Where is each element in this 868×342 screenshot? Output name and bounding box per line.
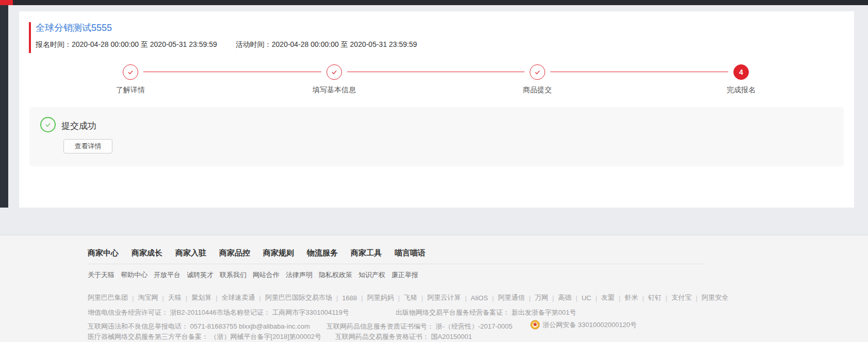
footer-menu-link[interactable]: 商家工具 bbox=[351, 248, 382, 258]
footer-about-link[interactable]: 廉正举报 bbox=[391, 270, 418, 280]
footer-company-link[interactable]: 阿里通信 bbox=[498, 293, 525, 302]
police-badge-text[interactable]: 浙公网安备 33010002000120号 bbox=[543, 320, 637, 330]
separator: | bbox=[398, 294, 400, 302]
activity-time-label: 活动时间： bbox=[236, 40, 272, 48]
step-3-circle bbox=[530, 64, 545, 80]
footer-company-link[interactable]: 飞猪 bbox=[404, 293, 417, 302]
step-4-circle: 4 bbox=[733, 64, 749, 80]
separator: | bbox=[619, 294, 620, 302]
footer-company-link[interactable]: 聚划算 bbox=[191, 293, 211, 302]
license-market: 市场名称登记证： 工商网市字3301004119号 bbox=[217, 308, 349, 317]
footer-company-link[interactable]: AliOS bbox=[471, 294, 488, 302]
separator: | bbox=[696, 294, 697, 302]
footer-company-link[interactable]: 阿里巴巴国际交易市场 bbox=[265, 293, 332, 302]
page-footer: 商家中心商家成长商家入驻商家品控商家规则物流服务商家工具喵言喵语 关于天猫帮助中… bbox=[0, 235, 868, 342]
footer-company-link[interactable]: 淘宝网 bbox=[138, 293, 158, 302]
footer-about-link[interactable]: 联系我们 bbox=[220, 270, 247, 280]
check-icon bbox=[533, 68, 542, 76]
footer-company-link[interactable]: 阿里妈妈 bbox=[367, 293, 394, 302]
license-drug-trade: 互联网药品交易服务资格证书： 国A20150001 bbox=[335, 332, 472, 341]
step-2-label: 填写基本信息 bbox=[313, 86, 356, 95]
police-badge-icon bbox=[530, 320, 540, 330]
footer-merchant-menu: 商家中心商家成长商家入驻商家品控商家规则物流服务商家工具喵言喵语 bbox=[88, 248, 425, 258]
separator: | bbox=[361, 294, 363, 302]
separator: | bbox=[552, 294, 554, 302]
footer-company-link[interactable]: 全球速卖通 bbox=[222, 293, 255, 302]
footer-company-link[interactable]: 钉钉 bbox=[648, 293, 662, 302]
result-panel: 提交成功 查看详情 bbox=[29, 107, 844, 166]
footer-company-link[interactable]: 友盟 bbox=[601, 293, 615, 302]
license-telecom: 增值电信业务经营许可证： 浙B2-20110446 bbox=[88, 308, 217, 317]
topbar-red-accent bbox=[0, 0, 13, 5]
footer-about-link[interactable]: 帮助中心 bbox=[121, 270, 148, 280]
footer-company-link[interactable]: 天猫 bbox=[168, 293, 182, 302]
footer-company-link[interactable]: 阿里安全 bbox=[701, 293, 728, 302]
footer-about-link[interactable]: 法律声明 bbox=[286, 270, 313, 280]
separator: | bbox=[216, 294, 217, 302]
stepper-connector bbox=[143, 72, 321, 72]
footer-about-link[interactable]: 知识产权 bbox=[358, 270, 385, 280]
separator: | bbox=[186, 294, 187, 302]
activity-time-value: 2020-04-28 00:00:00 至 2020-05-31 23:59:5… bbox=[272, 40, 417, 48]
footer-company-link[interactable]: 1688 bbox=[342, 294, 357, 302]
separator: | bbox=[132, 294, 134, 302]
separator: | bbox=[336, 294, 338, 302]
campaign-title[interactable]: 全球分销测试5555 bbox=[36, 22, 112, 34]
footer-company-link[interactable]: 高德 bbox=[558, 293, 571, 302]
separator: | bbox=[492, 294, 494, 302]
separator: | bbox=[642, 294, 644, 302]
footer-menu-link[interactable]: 商家入驻 bbox=[175, 248, 206, 258]
footer-menu-link[interactable]: 物流服务 bbox=[307, 248, 338, 258]
separator: | bbox=[576, 294, 577, 302]
check-icon bbox=[330, 68, 338, 76]
signup-time-value: 2020-04-28 00:00:00 至 2020-05-31 23:59:5… bbox=[72, 40, 217, 48]
footer-about-link[interactable]: 网站合作 bbox=[253, 270, 280, 280]
footer-company-link[interactable]: UC bbox=[582, 294, 592, 302]
footer-menu-link[interactable]: 商家品控 bbox=[219, 248, 250, 258]
step-1-circle bbox=[123, 64, 138, 80]
separator: | bbox=[465, 294, 466, 302]
step-2-circle bbox=[326, 64, 342, 80]
footer-menu-link[interactable]: 商家规则 bbox=[263, 248, 294, 258]
left-sidebar-strip bbox=[0, 5, 8, 208]
police-badge-link[interactable]: 浙公网安备 33010002000120号 bbox=[530, 320, 637, 330]
signup-time-label: 报名时间： bbox=[36, 40, 72, 48]
footer-company-link[interactable]: 万网 bbox=[535, 293, 548, 302]
footer-about-link[interactable]: 隐私权政策 bbox=[319, 270, 352, 280]
campaign-card: 全球分销测试5555 报名时间：2020-04-28 00:00:00 至 20… bbox=[19, 11, 854, 208]
separator: | bbox=[666, 294, 667, 302]
check-icon bbox=[126, 68, 135, 76]
footer-company-link[interactable]: 虾米 bbox=[625, 293, 638, 302]
step-3-label: 商品提交 bbox=[523, 86, 552, 95]
separator: | bbox=[162, 294, 163, 302]
separator: | bbox=[259, 294, 261, 302]
separator: | bbox=[529, 294, 530, 302]
footer-about-link[interactable]: 开放平台 bbox=[154, 270, 181, 280]
footer-about-link[interactable]: 诚聘英才 bbox=[187, 270, 214, 280]
stepper-connector bbox=[347, 72, 525, 72]
license-drug-info: 互联网药品信息服务资质证书编号： 浙-（经营性）-2017-0005 bbox=[326, 322, 512, 331]
campaign-dates: 报名时间：2020-04-28 00:00:00 至 2020-05-31 23… bbox=[36, 40, 417, 49]
license-publication: 出版物网络交易平台服务经营备案证： 新出发浙备字第001号 bbox=[396, 308, 576, 317]
footer-menu-link[interactable]: 商家中心 bbox=[88, 248, 119, 258]
step-4-number: 4 bbox=[739, 68, 743, 76]
footer-menu-link[interactable]: 商家成长 bbox=[132, 248, 162, 258]
step-4-label: 完成报名 bbox=[727, 86, 756, 95]
footer-menu-divider bbox=[88, 264, 703, 264]
top-bar bbox=[0, 0, 868, 5]
footer-company-link[interactable]: 阿里巴巴集团 bbox=[88, 293, 128, 302]
stepper-connector bbox=[550, 72, 728, 72]
title-accent-bar bbox=[29, 22, 31, 53]
report-hotline: 互联网违法和不良信息举报电话： 0571-81683755 blxxjb@ali… bbox=[88, 322, 310, 331]
license-medical-device: 医疗器械网络交易服务第三方平台备案： （浙）网械平台备字[2018]第00002… bbox=[88, 332, 321, 341]
view-details-button[interactable]: 查看详情 bbox=[63, 139, 112, 153]
success-message: 提交成功 bbox=[61, 120, 96, 132]
separator: | bbox=[421, 294, 423, 302]
footer-company-link[interactable]: 阿里云计算 bbox=[427, 293, 461, 302]
footer-about-link[interactable]: 关于天猫 bbox=[88, 270, 114, 280]
footer-company-link[interactable]: 支付宝 bbox=[672, 293, 692, 302]
step-1-label: 了解详情 bbox=[116, 86, 145, 95]
footer-menu-link[interactable]: 喵言喵语 bbox=[395, 248, 425, 258]
success-check-icon bbox=[40, 117, 56, 132]
separator: | bbox=[595, 294, 597, 302]
